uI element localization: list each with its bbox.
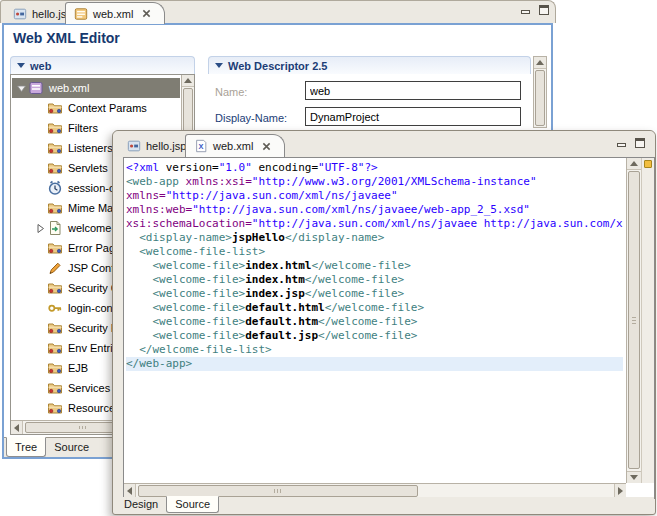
tab-tree[interactable]: Tree xyxy=(6,437,46,457)
folder-icon xyxy=(47,100,63,116)
code-line: </welcome-file-list> xyxy=(126,343,623,357)
maximize-icon[interactable] xyxy=(539,5,549,15)
scroll-left-button[interactable] xyxy=(11,421,23,434)
scroll-right-button[interactable] xyxy=(614,484,626,498)
expander-spacer xyxy=(35,363,46,374)
expander-spacer xyxy=(35,243,46,254)
scroll-left-button[interactable] xyxy=(124,484,136,498)
folder-icon xyxy=(47,200,63,216)
scroll-thumb[interactable] xyxy=(628,171,640,469)
scroll-up-button[interactable] xyxy=(182,75,194,87)
folder-icon xyxy=(47,340,63,356)
code-line: <welcome-file>default.jsp</welcome-file> xyxy=(126,329,623,343)
tab-label: web.xml xyxy=(93,8,133,20)
folder-icon xyxy=(47,120,63,136)
scroll-up-button[interactable] xyxy=(534,57,546,69)
display-name-field[interactable] xyxy=(305,107,521,126)
code-line: <welcome-file>default.htm</welcome-file> xyxy=(126,315,623,329)
expander-expanded-icon xyxy=(16,83,27,94)
code-line: <welcome-file>index.htm</welcome-file> xyxy=(126,273,623,287)
scroll-thumb[interactable] xyxy=(535,70,545,126)
form-vertical-scrollbar[interactable] xyxy=(533,56,547,128)
folder-icon xyxy=(47,280,63,296)
tab-label: hello.jsp xyxy=(146,140,186,152)
expander-spacer xyxy=(35,383,46,394)
expander-spacer xyxy=(35,303,46,314)
expander-spacer xyxy=(35,343,46,354)
tab-hello-jsp[interactable]: hello.jsp xyxy=(119,137,194,155)
expander-spacer xyxy=(35,143,46,154)
descriptor-section-header[interactable]: Web Descriptor 2.5 xyxy=(208,56,531,74)
expander-spacer xyxy=(35,183,46,194)
tab-design[interactable]: Design xyxy=(116,497,166,513)
jsp-file-icon xyxy=(127,139,141,153)
scroll-down-button[interactable] xyxy=(627,471,641,483)
folder-icon xyxy=(47,240,63,256)
view-window-buttons xyxy=(617,138,645,148)
tree-item-label: web.xml xyxy=(49,82,89,94)
descriptor-section-title: Web Descriptor 2.5 xyxy=(228,60,327,72)
xml-source-area: <?xml version="1.0" encoding="UTF-8"?><w… xyxy=(123,157,655,499)
webxml-icon xyxy=(28,80,44,96)
display-name-field-label: Display-Name: xyxy=(215,112,287,124)
name-field[interactable] xyxy=(305,81,521,100)
code-line: xmlns:web="http://java.sun.com/xml/ns/ja… xyxy=(126,203,623,217)
expander-spacer xyxy=(35,323,46,334)
code-line: <display-name>jspHello</display-name> xyxy=(126,231,623,245)
tree-section-header[interactable]: web xyxy=(10,56,195,74)
key-icon xyxy=(47,300,63,316)
tab-source-back[interactable]: Source xyxy=(46,438,97,457)
tree-item-label: EJB xyxy=(68,362,88,374)
code-line: xsi:schemaLocation="http://java.sun.com/… xyxy=(126,217,623,231)
code-line-current: </web-app> xyxy=(126,357,623,371)
jsp-file-icon xyxy=(13,7,27,21)
code-line: <?xml version="1.0" encoding="UTF-8"?> xyxy=(126,161,623,175)
name-field-label: Name: xyxy=(215,86,247,98)
editor-tabbar: hello.jsp web.xml xyxy=(113,131,655,157)
page-title: Web XML Editor xyxy=(13,30,120,46)
maximize-icon[interactable] xyxy=(635,138,645,148)
annotation-overview-ruler[interactable] xyxy=(641,158,654,483)
folder-icon xyxy=(47,160,63,176)
expander-spacer xyxy=(35,283,46,294)
tree-item-context-params[interactable]: Context Params xyxy=(12,98,180,118)
tab-source-front[interactable]: Source xyxy=(166,496,219,513)
expander-collapsed-icon xyxy=(35,223,46,234)
code-line: <welcome-file>index.html</welcome-file> xyxy=(126,259,623,273)
tree-item-label: Context Params xyxy=(68,102,147,114)
minimize-icon[interactable] xyxy=(617,143,626,147)
tree-item-label: Servlets xyxy=(68,162,108,174)
code-line: <welcome-file-list> xyxy=(126,245,623,259)
tree-item-label: Services xyxy=(68,382,110,394)
chevron-down-icon xyxy=(215,63,223,72)
expander-spacer xyxy=(35,203,46,214)
tree-section-title: web xyxy=(30,60,51,72)
editor-tabbar: hello.jsp web.xml xyxy=(0,0,556,23)
view-window-buttons xyxy=(521,5,549,15)
folder-icon xyxy=(47,380,63,396)
page-icon xyxy=(47,220,63,236)
scroll-up-button[interactable] xyxy=(627,158,641,170)
tab-web-xml[interactable]: web.xml xyxy=(65,2,165,24)
code-line: <welcome-file>index.jsp</welcome-file> xyxy=(126,287,623,301)
folder-icon xyxy=(47,140,63,156)
code-line: xmlns="http://java.sun.com/xml/ns/javaee… xyxy=(126,189,623,203)
minimize-icon[interactable] xyxy=(521,10,530,14)
xml-source-editor[interactable]: <?xml version="1.0" encoding="UTF-8"?><w… xyxy=(126,161,623,482)
close-icon[interactable] xyxy=(142,9,151,18)
editor-vertical-scrollbar[interactable] xyxy=(626,158,641,483)
code-line: <welcome-file>default.html</welcome-file… xyxy=(126,301,623,315)
close-icon[interactable] xyxy=(262,142,271,151)
folder-icon xyxy=(47,400,63,416)
tree-item-label: Filters xyxy=(68,122,98,134)
pencil-icon xyxy=(47,260,63,276)
expander-spacer xyxy=(35,163,46,174)
folder-icon xyxy=(47,360,63,376)
code-line: <web-app xmlns:xsi="http://www.w3.org/20… xyxy=(126,175,623,189)
tree-item-web-xml[interactable]: web.xml xyxy=(12,78,180,98)
warning-marker-icon[interactable] xyxy=(644,160,652,168)
tree-item-label: Listeners xyxy=(68,142,113,154)
tab-web-xml[interactable]: web.xml xyxy=(185,134,285,157)
design-source-tabstrip: Design Source xyxy=(114,497,654,513)
chevron-down-icon xyxy=(17,63,25,72)
